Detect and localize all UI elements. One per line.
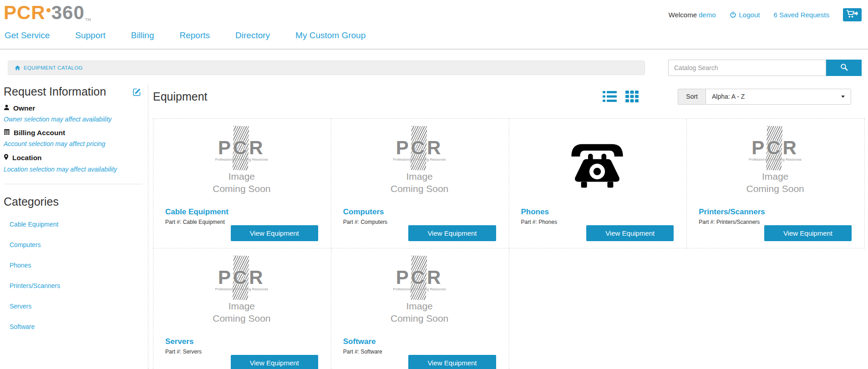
card-part-number: Part #: Servers [165, 349, 318, 355]
nav-item-billing[interactable]: Billing [131, 30, 154, 40]
main-panel: Equipment Sort Alpha: A - Z [148, 85, 865, 369]
view-equipment-button[interactable]: View Equipment [231, 355, 318, 369]
request-info-header: Request Information [4, 85, 148, 98]
saved-requests-link[interactable]: 6 Saved Requests [773, 11, 829, 19]
view-equipment-button[interactable]: View Equipment [408, 355, 496, 369]
breadcrumb-label: EQUIPMENT CATALOG [24, 65, 83, 71]
equipment-card-computers: PCR Professional Computing Resources Ima… [331, 119, 509, 248]
header-user-area: Welcomedemo Logout 6 Saved Requests [669, 8, 862, 21]
grid-view-icon[interactable] [625, 91, 639, 102]
owner-label-row[interactable]: Owner [4, 104, 148, 112]
pcr-logo-letters: PCR [749, 138, 802, 157]
sort-control: Sort Alpha: A - Z [678, 89, 851, 105]
logo-pcr-text: PCR [4, 2, 46, 23]
card-part-number: Part #: Printers/Scanners [699, 219, 852, 225]
sidebar-divider [5, 184, 142, 184]
logo-tm-text: TM [85, 17, 91, 22]
card-part-number: Part #: Cable Equipment [165, 219, 318, 225]
placeholder-image: PCR Professional Computing Resources Ima… [391, 268, 448, 325]
main-nav: Get ServiceSupportBillingReportsDirector… [0, 23, 868, 50]
catalog-search-group [668, 60, 862, 76]
nav-item-support[interactable]: Support [75, 30, 106, 40]
breadcrumb[interactable]: EQUIPMENT CATALOG [8, 61, 645, 75]
breadcrumb-row: EQUIPMENT CATALOG [8, 60, 862, 76]
equipment-grid: PCR Professional Computing Resources Ima… [153, 118, 865, 369]
card-part-number: Part #: Phones [521, 219, 674, 225]
phone-icon [565, 139, 629, 194]
equipment-header: Equipment Sort Alpha: A - Z [153, 87, 865, 106]
card-title-link[interactable]: Cable Equipment [165, 207, 228, 217]
sidebar-category-phones[interactable]: Phones [10, 262, 148, 269]
pcr-logo-letters: PCR [215, 138, 268, 157]
equipment-card-printers-scanners: PCR Professional Computing Resources Ima… [687, 119, 865, 248]
billing-account-label: Billing Account [14, 129, 65, 137]
pcr-logo-subtext: Professional Computing Resources [749, 158, 802, 161]
view-equipment-button[interactable]: View Equipment [764, 225, 852, 241]
owner-hint: Owner selection may affect availability [4, 116, 148, 123]
equipment-title: Equipment [153, 90, 208, 103]
equipment-card-cable-equipment: PCR Professional Computing Resources Ima… [153, 119, 331, 248]
logo-360-text: 360 [51, 2, 85, 23]
location-icon [4, 153, 9, 162]
nav-item-directory[interactable]: Directory [235, 30, 270, 40]
view-equipment-button[interactable]: View Equipment [586, 225, 674, 241]
pcr-logo-letters: PCR [215, 268, 268, 287]
category-list: Cable EquipmentComputersPhonesPrinters/S… [4, 221, 148, 330]
billing-account-label-row[interactable]: Billing Account [4, 129, 148, 137]
view-toggles [603, 91, 639, 102]
edit-request-icon[interactable] [132, 87, 142, 96]
calculator-icon [4, 129, 10, 137]
card-part-number: Part #: Computers [343, 219, 496, 225]
categories-title: Categories [4, 195, 148, 208]
logout-link[interactable]: Logout [730, 11, 760, 19]
pcr-logo-subtext: Professional Computing Resources [393, 288, 446, 291]
list-view-icon[interactable] [603, 91, 617, 102]
view-equipment-button[interactable]: View Equipment [231, 225, 318, 241]
sort-selected-value: Alpha: A - Z [712, 93, 745, 100]
location-field: Location Location selection may affect a… [4, 153, 148, 173]
billing-account-hint: Account selection may affect pricing [4, 140, 148, 147]
sort-select[interactable]: Alpha: A - Z [706, 89, 851, 105]
nav-item-my-custom-group[interactable]: My Custom Group [295, 30, 365, 40]
equipment-card-phones: Phones Part #: Phones View Equipment [509, 119, 687, 248]
sidebar-category-servers[interactable]: Servers [10, 303, 148, 310]
location-hint: Location selection may affect availabili… [4, 166, 148, 173]
username-link[interactable]: demo [699, 11, 716, 19]
placeholder-image: PCR Professional Computing Resources Ima… [213, 138, 270, 195]
catalog-search-button[interactable] [826, 60, 862, 76]
sidebar-category-printers-scanners[interactable]: Printers/Scanners [10, 282, 148, 289]
catalog-search-input[interactable] [668, 60, 826, 76]
placeholder-image: PCR Professional Computing Resources Ima… [746, 138, 804, 195]
logout-label: Logout [739, 11, 760, 19]
placeholder-image: PCR Professional Computing Resources Ima… [391, 138, 448, 195]
equipment-card-servers: PCR Professional Computing Resources Ima… [153, 248, 331, 369]
pcr-logo-letters: PCR [393, 138, 446, 157]
card-part-number: Part #: Software [343, 349, 496, 355]
home-icon [15, 65, 20, 71]
pcr-logo-subtext: Professional Computing Resources [215, 288, 268, 291]
sidebar-category-cable-equipment[interactable]: Cable Equipment [10, 221, 148, 228]
cart-arrow-icon [846, 10, 858, 20]
request-info-title: Request Information [4, 85, 106, 98]
sidebar-category-software[interactable]: Software [10, 323, 148, 330]
pcr-logo-subtext: Professional Computing Resources [393, 158, 446, 161]
view-equipment-button[interactable]: View Equipment [408, 225, 496, 241]
placeholder-image: PCR Professional Computing Resources Ima… [213, 268, 270, 325]
sort-label: Sort [678, 89, 706, 105]
search-icon [840, 63, 848, 72]
nav-item-get-service[interactable]: Get Service [5, 30, 50, 40]
equipment-card-software: PCR Professional Computing Resources Ima… [331, 248, 509, 369]
card-title-link[interactable]: Servers [165, 337, 193, 346]
cart-checkout-button[interactable] [843, 8, 862, 21]
sidebar-category-computers[interactable]: Computers [10, 241, 148, 248]
card-title-link[interactable]: Phones [521, 207, 549, 217]
card-title-link[interactable]: Computers [343, 207, 384, 217]
nav-item-reports[interactable]: Reports [180, 30, 210, 40]
logo-degree-icon [46, 8, 51, 12]
card-title-link[interactable]: Software [343, 337, 376, 346]
card-title-link[interactable]: Printers/Scanners [699, 207, 765, 217]
location-label-row[interactable]: Location [4, 153, 148, 162]
owner-field: Owner Owner selection may affect availab… [4, 104, 148, 123]
sidebar: Request Information Owner Owner selectio… [4, 85, 148, 369]
user-icon [4, 104, 10, 112]
